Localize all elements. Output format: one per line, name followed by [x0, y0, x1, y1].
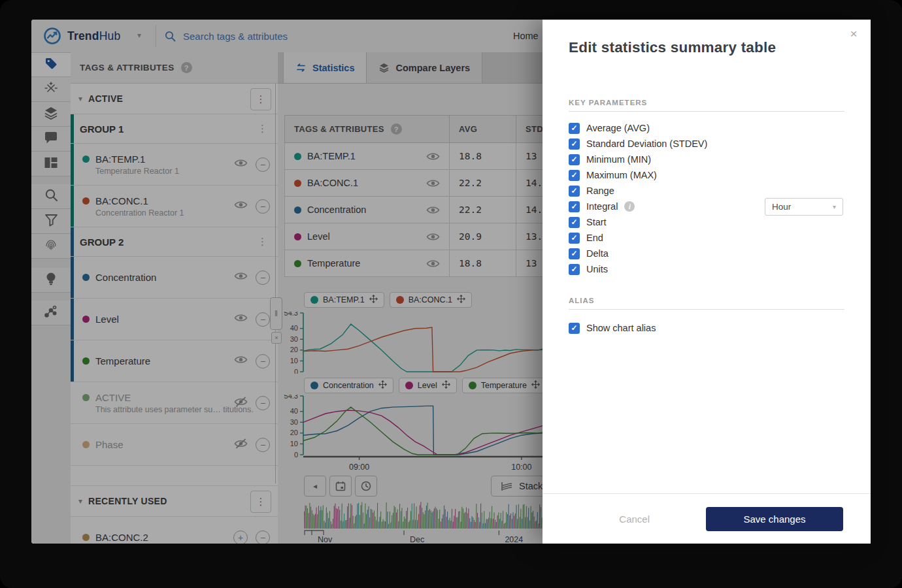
parameter-row: ✓Range [569, 183, 844, 199]
parameter-label: Average (AVG) [586, 123, 650, 133]
parameter-row: ✓Start [569, 214, 844, 230]
alias-label: ALIAS [569, 297, 595, 304]
parameter-label: Standard Deviation (STDEV) [586, 139, 707, 149]
modal-title: Edit statistics summary table [569, 39, 776, 56]
parameter-row: ✓Units [569, 261, 844, 277]
parameter-checkbox[interactable]: ✓ [569, 139, 580, 150]
show-chart-alias-label: Show chart alias [586, 323, 656, 333]
parameter-row: ✓Delta [569, 246, 844, 261]
parameter-checkbox[interactable]: ✓ [569, 217, 580, 228]
chevron-down-icon: ▾ [833, 203, 836, 210]
integral-unit-value: Hour [772, 202, 791, 212]
parameter-checkbox[interactable]: ✓ [569, 186, 580, 197]
parameter-label: Integral [586, 201, 618, 212]
key-parameters-label: KEY PARAMETERS [569, 99, 647, 106]
parameter-row: ✓Minimum (MIN) [569, 152, 844, 167]
screen-frame: TrendHub ▾ Home TAGS & ATTRIBUTES ? ▾ACT… [0, 0, 902, 588]
close-icon[interactable]: × [846, 26, 861, 42]
save-changes-button[interactable]: Save changes [706, 507, 843, 531]
parameter-checkbox[interactable]: ✓ [569, 154, 580, 165]
parameter-label: End [586, 233, 603, 243]
parameter-label: Units [586, 264, 608, 274]
parameter-checkbox[interactable]: ✓ [569, 201, 580, 212]
parameter-checkbox[interactable]: ✓ [569, 170, 580, 181]
cancel-button[interactable]: Cancel [615, 513, 654, 525]
parameter-label: Range [586, 186, 614, 196]
key-parameters-divider [569, 111, 844, 112]
parameter-checkbox[interactable]: ✓ [569, 123, 580, 134]
parameter-label: Delta [586, 248, 609, 259]
alias-divider [569, 309, 844, 310]
parameter-checkbox[interactable]: ✓ [569, 248, 580, 259]
parameter-label: Maximum (MAX) [586, 170, 657, 180]
parameter-label: Minimum (MIN) [586, 154, 651, 165]
parameter-label: Start [586, 217, 607, 227]
info-icon[interactable]: i [624, 201, 635, 212]
parameter-checkbox[interactable]: ✓ [569, 233, 580, 244]
parameter-row: ✓Average (AVG) [569, 120, 844, 136]
parameter-row: ✓Maximum (MAX) [569, 167, 844, 183]
show-chart-alias-checkbox[interactable]: ✓ [569, 323, 580, 334]
show-chart-alias-row: ✓ Show chart alias [569, 320, 656, 336]
edit-statistics-modal: × Edit statistics summary table KEY PARA… [543, 20, 871, 544]
parameter-row: ✓End [569, 230, 844, 246]
parameter-checkbox[interactable]: ✓ [569, 264, 580, 275]
integral-unit-select[interactable]: Hour ▾ [765, 198, 843, 216]
modal-footer: Cancel Save changes [543, 493, 871, 544]
parameter-row: ✓Standard Deviation (STDEV) [569, 136, 844, 152]
